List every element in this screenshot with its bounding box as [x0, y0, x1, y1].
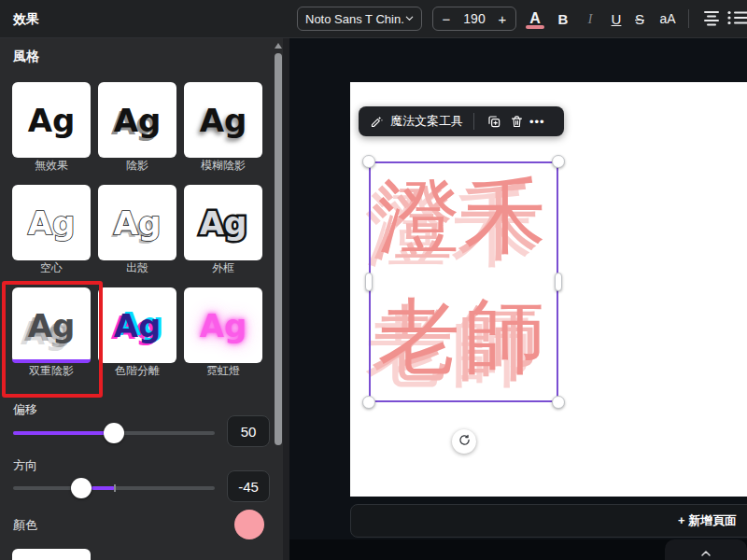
direction-slider-thumb[interactable]	[71, 478, 92, 498]
magic-write-icon	[368, 110, 385, 133]
resize-handle-bottom-right[interactable]	[552, 396, 565, 409]
style-label: 色階分離	[98, 363, 176, 379]
direction-zero-tick	[114, 484, 116, 492]
style-preview: Ag	[200, 310, 247, 342]
style-tile-glitch[interactable]: Ag	[98, 287, 176, 363]
panel-title: 效果	[13, 0, 39, 37]
magic-write-button[interactable]: 魔法文案工具	[390, 113, 463, 130]
resize-handle-left[interactable]	[365, 273, 373, 291]
direction-value: -45	[238, 479, 259, 495]
resize-handle-right[interactable]	[555, 273, 562, 291]
style-tile-no-effect[interactable]: Ag	[12, 82, 91, 158]
color-label: 顏色	[13, 517, 37, 534]
style-preview: Ag	[200, 105, 247, 136]
style-label: 双重陰影	[12, 363, 91, 379]
duplicate-button[interactable]	[483, 110, 505, 133]
direction-value-field[interactable]: -45	[227, 470, 270, 502]
font-size-decrease-button[interactable]: −	[433, 11, 459, 27]
offset-slider-thumb[interactable]	[104, 423, 124, 443]
font-size-value[interactable]: 190	[459, 11, 489, 26]
style-label: 霓虹燈	[184, 363, 262, 379]
style-preview: Ag	[114, 105, 162, 136]
direction-label: 方向	[13, 457, 37, 474]
scrollbar-up-arrow[interactable]	[275, 43, 282, 49]
style-label: 外框	[184, 260, 262, 276]
style-preview: Ag	[28, 310, 76, 342]
resize-handle-bottom-left[interactable]	[362, 396, 375, 409]
canvas-text-element[interactable]: 澄禾 老師	[369, 156, 558, 397]
panel-edge	[283, 37, 289, 560]
font-size-stepper: − 190 +	[432, 7, 516, 31]
style-preview: Ag	[28, 105, 76, 136]
style-label: 陰影	[98, 158, 176, 174]
text-color-indicator	[526, 25, 544, 29]
style-section-title: 風格	[13, 49, 39, 65]
offset-slider-fill	[13, 431, 114, 435]
rotate-icon	[458, 433, 471, 450]
text-case-button[interactable]: aA	[655, 7, 681, 30]
style-label: 空心	[12, 260, 91, 276]
resize-handle-top-left[interactable]	[362, 155, 375, 168]
expand-pages-tab[interactable]	[665, 539, 747, 560]
effects-panel: 風格 Ag Ag Ag 無效果 陰影 模糊陰影 Ag Ag Ag 空心 出殼 外…	[0, 37, 289, 560]
canvas-text-line2: 老師	[369, 276, 558, 397]
strikethrough-button[interactable]: S	[628, 7, 651, 30]
style-tile-outline[interactable]: Ag	[184, 185, 262, 260]
font-family-value: Noto Sans T Chin...	[305, 12, 404, 26]
style-tile-shadow[interactable]: Ag	[98, 82, 176, 158]
chevron-up-icon	[700, 544, 712, 560]
text-color-button[interactable]: A	[524, 7, 546, 30]
canvas-text-line1: 澄禾	[369, 156, 558, 276]
toolbar-divider	[688, 9, 689, 28]
chevron-down-icon	[404, 12, 414, 26]
delete-button[interactable]	[505, 110, 528, 133]
offset-value-field[interactable]: 50	[227, 415, 270, 447]
italic-button[interactable]: I	[579, 7, 601, 30]
style-tile-splice[interactable]: Ag	[98, 185, 176, 260]
style-tile-hollow[interactable]: Ag	[12, 185, 91, 260]
more-options-button[interactable]: •••	[529, 115, 545, 129]
style-tile-double-shadow-selected[interactable]: Ag	[12, 287, 91, 363]
style-preview: Ag	[200, 207, 247, 239]
resize-handle-top-right[interactable]	[552, 155, 565, 168]
align-center-icon	[702, 9, 721, 29]
style-tile-partial[interactable]	[12, 549, 91, 560]
bold-button[interactable]: B	[552, 7, 574, 30]
list-button[interactable]	[726, 7, 747, 30]
offset-value: 50	[241, 424, 257, 440]
underline-button[interactable]: U	[605, 7, 627, 30]
canvas-area: 澄禾 老師 魔法文案工具 •••	[289, 37, 747, 560]
font-size-increase-button[interactable]: +	[489, 11, 515, 27]
top-toolbar: 效果 Noto Sans T Chin... − 190 + A B I U S…	[0, 0, 747, 38]
offset-label: 偏移	[13, 401, 37, 418]
style-preview: Ag	[114, 310, 162, 342]
style-label: 無效果	[12, 158, 91, 174]
bullet-list-icon	[726, 9, 747, 29]
app-window: 澄禾 老師 魔法文案工具 •••	[0, 0, 747, 560]
direction-slider[interactable]	[13, 486, 215, 490]
style-label: 出殼	[98, 260, 176, 276]
add-page-button[interactable]: + 新增頁面	[350, 504, 747, 538]
color-swatch[interactable]	[234, 510, 264, 539]
panel-scrollbar[interactable]	[275, 53, 282, 445]
rotate-handle[interactable]	[452, 429, 476, 454]
toolbar-divider	[473, 113, 474, 130]
style-tile-blur-shadow[interactable]: Ag	[184, 82, 262, 158]
font-family-select[interactable]: Noto Sans T Chin...	[297, 7, 422, 31]
floating-toolbar: 魔法文案工具 •••	[359, 106, 564, 136]
style-label: 模糊陰影	[184, 158, 262, 174]
style-preview: Ag	[114, 207, 162, 239]
style-preview: Ag	[28, 207, 76, 239]
text-align-button[interactable]	[700, 7, 723, 30]
style-tile-neon[interactable]: Ag	[184, 287, 262, 363]
add-page-label: + 新增頁面	[678, 512, 737, 529]
direction-slider-fill	[92, 486, 115, 490]
